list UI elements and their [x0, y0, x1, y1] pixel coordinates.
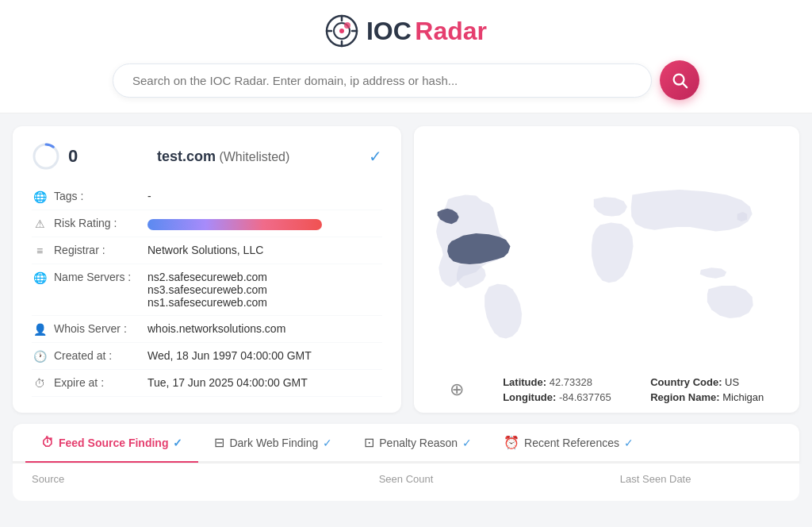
- map-panel: ⊕ Latitude: 42.73328 Longitude: -84.6377…: [414, 126, 799, 413]
- whois-value: whois.networksolutions.com: [147, 322, 285, 335]
- tab-references[interactable]: ⏰ Recent References ✓: [488, 424, 649, 463]
- logo-radar: Radar: [415, 17, 487, 45]
- nameservers-values: ns2.safesecureweb.com ns3.safesecureweb.…: [147, 271, 267, 309]
- risk-label: Risk Rating :: [54, 217, 141, 229]
- main-content: 0 test.com (Whitelisted) ✓ 🌐 Tags : - ⚠ …: [0, 113, 812, 413]
- domain-name-block: test.com (Whitelisted): [157, 148, 289, 165]
- feed-check-icon: ✓: [173, 437, 182, 449]
- clock-icon: 🕐: [32, 350, 48, 363]
- created-label: Created at :: [54, 349, 141, 362]
- logo-ioc: IOC: [366, 17, 412, 45]
- globe-icon: 🌐: [32, 190, 48, 203]
- penalty-check-icon: ✓: [462, 437, 472, 449]
- latitude-info: Latitude: 42.73328: [503, 376, 611, 388]
- registrar-label: Registrar :: [54, 244, 141, 256]
- search-bar-wrapper: [0, 60, 812, 100]
- user-icon: 👤: [32, 323, 48, 336]
- feed-source-icon: ⏱: [41, 436, 54, 450]
- domain-details-panel: 0 test.com (Whitelisted) ✓ 🌐 Tags : - ⚠ …: [13, 126, 401, 413]
- timer-icon: ⏱: [32, 377, 48, 390]
- tab-feed-source[interactable]: ⏱ Feed Source Finding ✓: [25, 424, 198, 463]
- warning-icon: ⚠: [32, 217, 48, 230]
- references-check-icon: ✓: [624, 437, 634, 449]
- location-icon: ⊕: [450, 379, 464, 400]
- logo-text: IOC Radar: [366, 17, 487, 46]
- expire-row: ⏱ Expire at : Tue, 17 Jun 2025 04:00:00 …: [32, 370, 382, 397]
- whois-label: Whois Server :: [54, 322, 141, 335]
- nameservers-row: 🌐 Name Servers : ns2.safesecureweb.com n…: [32, 264, 382, 316]
- expire-label: Expire at :: [54, 376, 141, 389]
- domain-whitelisted-label: (Whitelisted): [219, 150, 289, 163]
- references-icon: ⏰: [504, 435, 519, 450]
- dark-web-icon: ⊟: [214, 435, 224, 450]
- tabs-section: ⏱ Feed Source Finding ✓ ⊟ Dark Web Findi…: [13, 424, 799, 463]
- domain-name: test.com: [157, 148, 216, 164]
- tags-value: -: [147, 190, 151, 202]
- tags-row: 🌐 Tags : -: [32, 183, 382, 210]
- ioc-radar-logo-icon: [325, 14, 358, 48]
- verified-check-icon: ✓: [369, 147, 382, 166]
- col-seen-count: Seen Count: [282, 473, 531, 485]
- svg-point-7: [344, 22, 350, 29]
- nameservers-label: Name Servers :: [54, 271, 141, 283]
- map-info-bottom: ⊕ Latitude: 42.73328 Longitude: -84.6377…: [414, 376, 799, 403]
- created-value: Wed, 18 Jun 1997 04:00:00 GMT: [147, 349, 312, 362]
- col-source: Source: [32, 473, 282, 485]
- longitude-info: Longitude: -84.637765: [503, 391, 611, 403]
- expire-value: Tue, 17 Jun 2025 04:00:00 GMT: [147, 376, 308, 389]
- tabs-nav: ⏱ Feed Source Finding ✓ ⊟ Dark Web Findi…: [13, 424, 799, 463]
- registrar-row: ≡ Registrar : Network Solutions, LLC: [32, 237, 382, 264]
- tab-dark-web[interactable]: ⊟ Dark Web Finding ✓: [198, 424, 348, 463]
- col-last-seen: Last Seen Date: [530, 473, 780, 485]
- map-container: ⊕ Latitude: 42.73328 Longitude: -84.6377…: [414, 126, 799, 413]
- risk-rating-row: ⚠ Risk Rating :: [32, 210, 382, 237]
- table-section: Source Seen Count Last Seen Date: [13, 463, 799, 501]
- region-info: Region Name: Michigan: [650, 391, 764, 403]
- search-button[interactable]: [660, 60, 699, 100]
- country-code-info: Country Code: US: [650, 376, 764, 388]
- nameserver2: ns3.safesecureweb.com: [147, 283, 267, 296]
- search-input-container: [113, 63, 652, 98]
- search-input[interactable]: [132, 74, 632, 87]
- whois-row: 👤 Whois Server : whois.networksolutions.…: [32, 316, 382, 343]
- search-icon: [671, 71, 688, 89]
- svg-point-10: [34, 144, 58, 168]
- domain-score: 0: [32, 142, 78, 171]
- domain-score-number: 0: [68, 146, 78, 167]
- map-country-info: Country Code: US Region Name: Michigan: [650, 376, 764, 403]
- map-coordinates: Latitude: 42.73328 Longitude: -84.637765: [503, 376, 611, 403]
- svg-line-9: [683, 83, 687, 87]
- penalty-icon: ⊡: [364, 435, 374, 450]
- created-row: 🕐 Created at : Wed, 18 Jun 1997 04:00:00…: [32, 343, 382, 370]
- page-header: IOC Radar: [0, 0, 812, 113]
- svg-point-2: [339, 29, 344, 33]
- globe2-icon: 🌐: [32, 271, 48, 284]
- risk-gradient-bar: [147, 219, 322, 230]
- nameserver1: ns2.safesecureweb.com: [147, 271, 267, 283]
- table-header: Source Seen Count Last Seen Date: [13, 463, 799, 494]
- score-ring-icon: [32, 142, 60, 171]
- world-map: [414, 167, 799, 373]
- registrar-value: Network Solutions, LLC: [147, 244, 263, 256]
- logo-container: IOC Radar: [0, 14, 812, 48]
- nameserver3: ns1.safesecureweb.com: [147, 296, 267, 309]
- dark-web-check-icon: ✓: [323, 437, 332, 449]
- tab-penalty[interactable]: ⊡ Penalty Reason ✓: [348, 424, 488, 463]
- list-icon: ≡: [32, 244, 48, 257]
- tags-label: Tags :: [54, 190, 141, 202]
- domain-header: 0 test.com (Whitelisted) ✓: [32, 142, 382, 171]
